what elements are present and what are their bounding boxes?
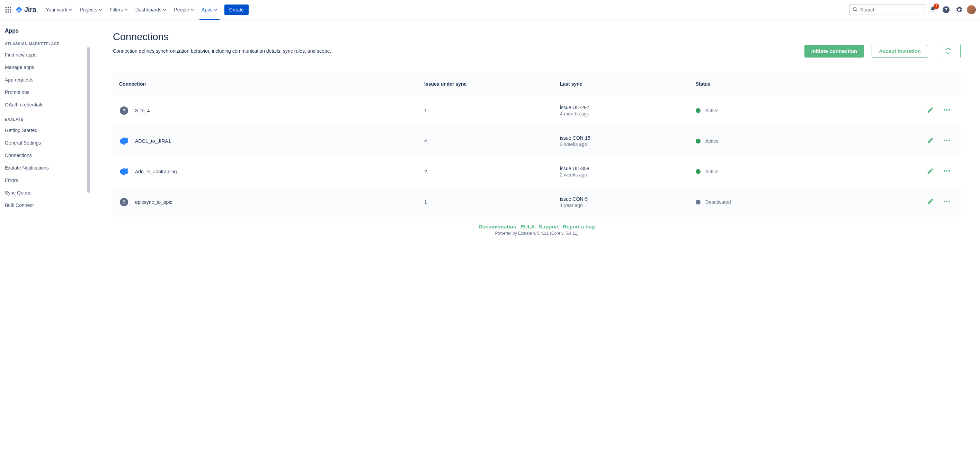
footer-link[interactable]: Documentation: [479, 224, 516, 230]
more-button[interactable]: [943, 197, 951, 207]
status-label: Active: [705, 169, 719, 174]
avatar[interactable]: [967, 5, 976, 14]
column-header: Status: [689, 73, 825, 95]
sidebar-item-app-requests[interactable]: App requests: [5, 73, 90, 86]
footer-link[interactable]: EULA: [520, 224, 535, 230]
nav-item-apps[interactable]: Apps: [198, 5, 221, 14]
sidebar-section-label: EXALATE: [5, 117, 90, 121]
sidebar-item-promotions[interactable]: Promotions: [5, 86, 90, 99]
question-icon: ?: [120, 106, 128, 115]
sidebar-scrollbar[interactable]: [87, 47, 90, 193]
create-button[interactable]: Create: [224, 5, 249, 15]
sidebar-item-general-settings[interactable]: General Settings: [5, 137, 90, 149]
issues-count: 4: [424, 138, 427, 144]
page-title: Connections: [113, 31, 331, 43]
notification-badge: 7: [934, 3, 939, 9]
more-icon: [943, 167, 951, 175]
jira-logo[interactable]: Jira: [15, 6, 36, 14]
gear-icon: [955, 6, 963, 14]
status-dot: [696, 139, 700, 144]
sidebar-title: Apps: [5, 28, 90, 34]
footer-links: DocumentationEULASupportReport a bug: [113, 224, 961, 230]
sidebar-item-errors[interactable]: Errors: [5, 174, 90, 187]
edit-icon: [927, 198, 934, 205]
issues-count: 2: [424, 169, 427, 174]
nav-item-people[interactable]: People: [170, 5, 197, 14]
sidebar-section-label: ATLASSIAN MARKETPLACE: [5, 42, 90, 46]
last-sync-issue: issue CON-9: [560, 196, 683, 202]
status-label: Active: [705, 108, 719, 113]
column-header: Last sync: [554, 73, 689, 95]
status-label: Active: [705, 138, 719, 144]
status-dot: [696, 108, 700, 113]
question-icon: ?: [120, 198, 128, 206]
sidebar: Apps ATLASSIAN MARKETPLACEFind new appsM…: [0, 19, 90, 468]
page-description: Connection defines synchronization behav…: [113, 48, 331, 54]
search-box[interactable]: [849, 4, 925, 15]
sidebar-item-manage-apps[interactable]: Manage apps: [5, 61, 90, 73]
search-icon: [853, 7, 858, 13]
nav-item-label: Projects: [80, 7, 97, 13]
issues-count: 1: [424, 199, 427, 205]
table-row: ?epicsync_to_epic1issue CON-91 year agoD…: [113, 187, 961, 217]
sidebar-item-getting-started[interactable]: Getting Started: [5, 124, 90, 137]
more-icon: [943, 106, 951, 114]
chevron-down-icon: [163, 8, 166, 11]
edit-button[interactable]: [927, 106, 934, 115]
more-button[interactable]: [943, 136, 951, 145]
header-actions: Initiate connection Accept invitation: [805, 31, 961, 58]
table-row: Ado_to_Jiratraining2issue UD-3582 weeks …: [113, 157, 961, 187]
sidebar-item-sync-queue[interactable]: Sync Queue: [5, 187, 90, 199]
chevron-down-icon: [68, 8, 72, 11]
ado-icon: [119, 166, 129, 176]
edit-icon: [927, 167, 934, 175]
settings-button[interactable]: [954, 4, 965, 15]
nav-item-your-work[interactable]: Your work: [42, 5, 75, 14]
accept-invitation-button[interactable]: Accept invitation: [872, 45, 928, 58]
last-sync-time: 4 months ago: [560, 111, 683, 117]
footer-link[interactable]: Support: [539, 224, 559, 230]
sidebar-item-exalate-notifications[interactable]: Exalate Notifications: [5, 161, 90, 174]
last-sync-issue: issue UD-358: [560, 166, 683, 171]
edit-button[interactable]: [927, 167, 934, 176]
chevron-down-icon: [191, 8, 194, 11]
sidebar-item-bulk-connect[interactable]: Bulk Connect: [5, 199, 90, 211]
nav-item-projects[interactable]: Projects: [76, 5, 106, 14]
issues-count: 1: [424, 108, 427, 113]
footer-link[interactable]: Report a bug: [563, 224, 595, 230]
connections-table: ConnectionIssues under syncLast syncStat…: [113, 73, 961, 217]
nav-item-dashboards[interactable]: Dashboards: [132, 5, 170, 14]
footer-sub: Powered by Exalate v. 5.4.11 (Core v. 5.…: [113, 231, 961, 236]
last-sync-time: 2 weeks ago: [560, 141, 683, 147]
more-button[interactable]: [943, 167, 951, 176]
app-switcher-icon[interactable]: [4, 6, 13, 14]
nav-item-label: People: [174, 7, 189, 13]
sidebar-item-oauth-credentials[interactable]: OAuth credentials: [5, 99, 90, 111]
nav-item-label: Dashboards: [135, 7, 162, 13]
last-sync-time: 2 weeks ago: [560, 172, 683, 177]
last-sync-issue: issue UD-297: [560, 105, 683, 110]
notifications-button[interactable]: 7: [928, 4, 939, 15]
edit-button[interactable]: [927, 137, 934, 145]
nav-item-label: Apps: [202, 7, 213, 13]
table-row: ADO1_to_JIRA14issue CON-152 weeks agoAct…: [113, 126, 961, 157]
last-sync-time: 1 year ago: [560, 203, 683, 208]
status-dot: [696, 169, 700, 174]
nav-item-filters[interactable]: Filters: [106, 5, 131, 14]
more-button[interactable]: [943, 106, 951, 115]
column-header: Issues under sync: [418, 73, 554, 95]
connection-name: Ado_to_Jiratraining: [135, 169, 177, 174]
footer: DocumentationEULASupportReport a bug Pow…: [113, 224, 961, 239]
help-button[interactable]: [940, 4, 951, 15]
more-icon: [943, 136, 951, 145]
initiate-connection-button[interactable]: Initiate connection: [805, 45, 864, 58]
nav-item-label: Filters: [110, 7, 123, 13]
last-sync-issue: issue CON-15: [560, 135, 683, 141]
sidebar-item-connections[interactable]: Connections: [5, 149, 90, 161]
top-nav: Jira Your workProjectsFiltersDashboardsP…: [0, 0, 980, 19]
edit-button[interactable]: [927, 198, 934, 206]
search-input[interactable]: [860, 7, 922, 13]
refresh-button[interactable]: [935, 44, 961, 58]
sidebar-item-find-new-apps[interactable]: Find new apps: [5, 48, 90, 61]
more-icon: [943, 197, 951, 206]
